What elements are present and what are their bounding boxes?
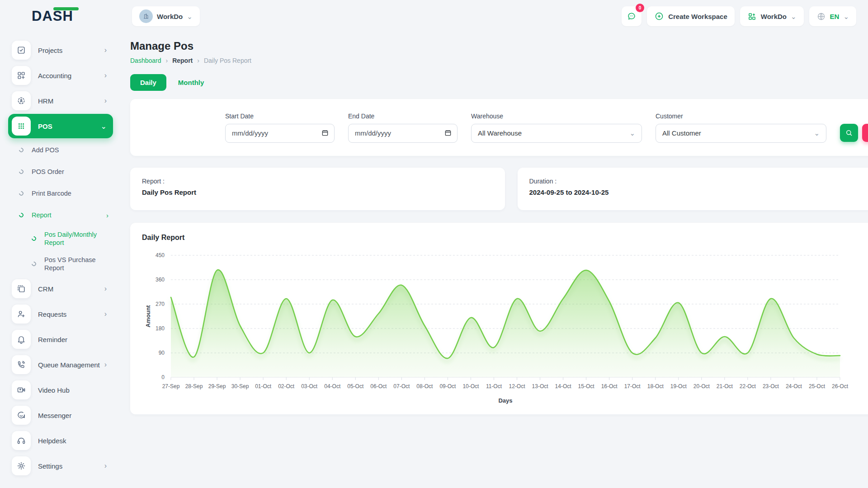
report-label: Report : — [142, 178, 493, 185]
x-axis-tick-label: 30-Sep — [231, 383, 249, 389]
chevron-right-icon: › — [104, 462, 107, 470]
chart-title: Daily Report — [142, 234, 868, 242]
report-view-tabs: Daily Monthly — [130, 74, 868, 91]
sidebar-item-reminder[interactable]: Reminder — [8, 327, 113, 352]
sidebar-subitem-add-pos[interactable]: Add POS — [8, 139, 113, 161]
x-axis-tick-label: 18-Oct — [647, 383, 664, 389]
x-axis-tick-label: 01-Oct — [255, 383, 272, 389]
sidebar-subitem-pos-order[interactable]: POS Order — [8, 161, 113, 183]
end-date-input[interactable] — [348, 124, 458, 143]
x-axis-tick-label: 08-Oct — [416, 383, 433, 389]
x-axis-tick-label: 17-Oct — [624, 383, 641, 389]
helpdesk-icon — [12, 431, 31, 450]
breadcrumb-report[interactable]: Report — [172, 57, 193, 64]
language-selector[interactable]: EN ⌄ — [809, 6, 856, 26]
sidebar-subitem-pos-vs-purchase-report[interactable]: Pos VS Purchase Report — [8, 251, 113, 277]
sidebar-item-label: Pos VS Purchase Report — [44, 256, 108, 272]
x-axis-tick-label: 12-Oct — [509, 383, 526, 389]
chevron-right-icon: › — [104, 361, 107, 369]
chevron-down-icon: ⌄ — [187, 13, 193, 20]
warehouse-select[interactable]: All Warehouse ⌄ — [471, 124, 642, 143]
chevron-right-icon: › — [104, 46, 107, 54]
x-axis-tick-label: 09-Oct — [439, 383, 456, 389]
sidebar-item-label: Projects — [38, 47, 62, 54]
x-axis-tick-label: 22-Oct — [740, 383, 756, 389]
x-axis-tick-label: 26-Oct — [832, 383, 849, 389]
end-date-field: End Date — [348, 113, 458, 143]
sidebar-subitem-pos-daily-monthly-report[interactable]: Pos Daily/Monthly Report — [8, 226, 113, 251]
sidebar-item-label: Report — [32, 211, 52, 219]
y-axis-tick-label: 0 — [161, 374, 165, 380]
sidebar-item-accounting[interactable]: Accounting› — [8, 63, 113, 88]
accounting-icon — [12, 66, 31, 85]
chevron-right-icon: › — [104, 71, 107, 80]
sidebar-item-messenger[interactable]: Messenger — [8, 403, 113, 427]
account-name: WorkDo — [761, 13, 787, 20]
x-axis-tick-label: 23-Oct — [763, 383, 779, 389]
sidebar-item-settings[interactable]: Settings› — [8, 454, 113, 478]
y-axis-tick-label: 450 — [156, 252, 165, 258]
messages-button[interactable]: 0 — [622, 6, 642, 26]
breadcrumb-dashboard[interactable]: Dashboard — [130, 57, 161, 64]
x-axis-tick-label: 25-Oct — [809, 383, 826, 389]
y-axis-title: Amount — [145, 305, 151, 328]
sidebar-item-helpdesk[interactable]: Helpdesk — [8, 428, 113, 453]
requests-icon — [12, 305, 31, 324]
sidebar-subitem-print-barcode[interactable]: Print Barcode — [8, 183, 113, 204]
y-axis-tick-label: 180 — [156, 325, 165, 332]
apply-filter-button[interactable] — [840, 124, 858, 142]
sidebar-item-requests[interactable]: Requests› — [8, 302, 113, 326]
sidebar-item-queue-management[interactable]: Queue Management› — [8, 352, 113, 377]
tab-monthly[interactable]: Monthly — [178, 79, 204, 86]
sidebar-item-crm[interactable]: CRM› — [8, 277, 113, 301]
sidebar-item-label: Accounting — [38, 72, 71, 80]
sidebar-subitem-report[interactable]: Report› — [8, 204, 113, 226]
summary-row: Report : Daily Pos Report Duration : 202… — [130, 168, 868, 210]
x-axis-tick-label: 05-Oct — [347, 383, 364, 389]
building-icon — [142, 12, 150, 20]
logo[interactable]: DASH — [0, 8, 119, 24]
sidebar-item-hrm[interactable]: HRM› — [8, 89, 113, 113]
report-summary-card: Report : Daily Pos Report — [130, 168, 505, 210]
start-date-input[interactable] — [225, 124, 335, 143]
chevron-right-icon: › — [106, 211, 108, 219]
sidebar-item-label: HRM — [38, 97, 53, 105]
sidebar-item-video-hub[interactable]: Video Hub — [8, 378, 113, 402]
x-axis-tick-label: 13-Oct — [532, 383, 549, 389]
y-axis-tick-label: 360 — [156, 277, 165, 283]
y-axis-tick-label: 90 — [159, 350, 165, 356]
chevron-right-icon: › — [104, 285, 107, 293]
main-content: Manage Pos Dashboard › Report › Daily Po… — [119, 33, 868, 488]
account-dropdown[interactable]: WorkDo ⌄ — [740, 6, 804, 26]
page-header: Manage Pos Dashboard › Report › Daily Po… — [130, 40, 868, 64]
sidebar-item-label: Messenger — [38, 412, 71, 419]
calendar-icon[interactable] — [444, 129, 452, 139]
topbar-actions: 0 Create Workspace WorkDo ⌄ EN ⌄ — [622, 6, 856, 26]
sidebar-item-pos[interactable]: POS⌄ — [8, 114, 113, 138]
start-date-field: Start Date — [225, 113, 335, 143]
sidebar-item-label: POS Order — [32, 168, 64, 176]
create-workspace-button[interactable]: Create Workspace — [647, 6, 735, 26]
chat-icon — [627, 11, 637, 21]
tab-daily[interactable]: Daily — [130, 74, 166, 91]
reminder-icon — [12, 330, 31, 349]
reset-filter-button[interactable] — [862, 124, 868, 142]
logo-dash-accent — [53, 7, 79, 10]
sidebar-item-projects[interactable]: Projects› — [8, 38, 113, 62]
bullet-icon — [18, 212, 24, 218]
chevron-right-icon: › — [104, 310, 107, 318]
x-axis-tick-label: 04-Oct — [324, 383, 341, 389]
calendar-icon[interactable] — [321, 129, 329, 139]
top-bar: DASH WorkDo ⌄ 0 Create Workspace WorkDo … — [0, 0, 868, 33]
sidebar-item-label: Requests — [38, 310, 66, 318]
chevron-down-icon: ⌄ — [814, 130, 820, 136]
crm-icon — [12, 279, 31, 298]
bullet-icon — [31, 235, 37, 242]
create-workspace-label: Create Workspace — [668, 13, 727, 20]
x-axis-tick-label: 24-Oct — [786, 383, 802, 389]
chevron-down-icon: ⌄ — [101, 122, 107, 131]
workspace-switcher[interactable]: WorkDo ⌄ — [132, 6, 200, 26]
customer-select[interactable]: All Customer ⌄ — [656, 124, 826, 143]
pos-icon — [12, 117, 31, 136]
x-axis-tick-label: 16-Oct — [601, 383, 618, 389]
